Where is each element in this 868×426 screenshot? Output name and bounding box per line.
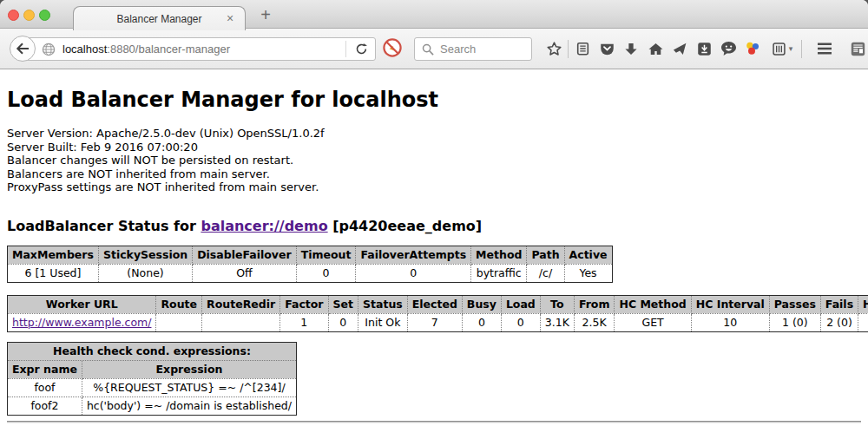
column-header: To — [540, 295, 574, 313]
star-icon — [546, 41, 562, 57]
pocket-icon — [599, 42, 615, 56]
health-table-title: Health check cond. expressions: — [8, 342, 297, 360]
column-header: Busy — [462, 295, 501, 313]
pocket-button[interactable] — [595, 36, 619, 61]
worker-url-link[interactable]: http://www.example.com/ — [12, 316, 151, 329]
column-header: From — [574, 295, 615, 313]
colored-dots-icon — [745, 41, 760, 56]
hamburger-icon — [816, 42, 833, 56]
tab-balancer-manager[interactable]: Balancer Manager × — [73, 6, 246, 30]
server-built-line: Server Built: Feb 9 2016 07:00:20 — [7, 141, 861, 154]
browser-window: Balancer Manager × + localhost:8880/bala… — [0, 0, 868, 426]
worker-status-table: Worker URL Route RouteRedir Factor Set S… — [7, 295, 868, 332]
grid-doc-icon — [850, 41, 866, 57]
download-arrow-icon — [624, 42, 638, 56]
reload-icon — [355, 43, 368, 56]
search-input[interactable]: Search — [414, 37, 532, 61]
cell-maxmembers: 6 [1 Used] — [8, 264, 99, 282]
cell-expr-name: foof2 — [8, 397, 82, 415]
extension-colored-dots-button[interactable] — [740, 36, 765, 61]
cell-hc-uri — [858, 313, 868, 331]
status-heading-suffix: [p4420eeae_demo] — [328, 218, 483, 234]
cell-set: 0 — [328, 313, 358, 331]
table-row: http://www.example.com/ 1 0 Init Ok 7 0 … — [8, 313, 868, 331]
column-header: Passes — [769, 295, 820, 313]
column-header: MaxMembers — [8, 246, 99, 264]
column-header: RouteRedir — [202, 295, 280, 313]
server-info: Server Version: Apache/2.5.0-dev (Unix) … — [7, 127, 861, 194]
balancer-settings-table: MaxMembers StickySession DisableFailover… — [7, 246, 613, 283]
table-header-row: Worker URL Route RouteRedir Factor Set S… — [8, 295, 868, 313]
navigation-toolbar: localhost:8880/balancer-manager Search — [0, 29, 868, 69]
home-button[interactable] — [643, 36, 667, 61]
minimize-window-button[interactable] — [23, 10, 35, 21]
status-heading-prefix: LoadBalancer Status for — [7, 218, 201, 234]
send-tab-button[interactable] — [667, 36, 692, 61]
cell-worker-url: http://www.example.com/ — [8, 313, 156, 331]
search-placeholder: Search — [440, 43, 476, 56]
cell-active: Yes — [564, 264, 612, 282]
column-header: Path — [527, 246, 564, 264]
cell-expr-name: foof — [8, 378, 82, 397]
cell-expression: %{REQUEST_STATUS} =~ /^[234]/ — [82, 378, 296, 397]
column-header: Worker URL — [8, 295, 156, 313]
cell-failoverattempts: 0 — [356, 264, 471, 282]
column-header: Elected — [407, 295, 462, 313]
table-header-row: MaxMembers StickySession DisableFailover… — [8, 246, 613, 264]
tab-title: Balancer Manager — [116, 13, 201, 25]
balancer-demo-link[interactable]: balancer://demo — [201, 218, 327, 234]
new-tab-button[interactable]: + — [254, 3, 277, 26]
cell-hc-interval: 10 — [691, 313, 769, 331]
close-window-button[interactable] — [8, 10, 19, 21]
cell-stickysession: (None) — [98, 264, 192, 282]
cell-passes: 1 (0) — [769, 313, 820, 331]
cell-load: 0 — [501, 313, 540, 331]
tab-bar: Balancer Manager × + — [0, 0, 868, 29]
cell-routeredir — [202, 313, 280, 331]
column-header: Load — [501, 295, 540, 313]
proxypass-notice-line: ProxyPass settings are NOT inherited fro… — [7, 180, 861, 194]
url-divider — [345, 41, 346, 57]
extension-grid-button[interactable] — [845, 36, 868, 61]
reading-list-button[interactable] — [570, 36, 595, 61]
balancers-notice-line: Balancers are NOT inherited from main se… — [7, 167, 861, 181]
column-header: HC uri — [858, 295, 868, 313]
menu-button[interactable] — [812, 36, 837, 61]
column-header: Fails — [820, 295, 858, 313]
url-bar[interactable]: localhost:8880/balancer-manager — [23, 37, 376, 61]
containers-button[interactable]: ▾ — [765, 36, 799, 61]
chat-smiley-icon — [720, 41, 737, 56]
table-title-row: Health check cond. expressions: — [8, 342, 297, 360]
blocked-icon — [382, 37, 403, 58]
cell-from: 2.5K — [574, 313, 615, 331]
health-check-table: Health check cond. expressions: Expr nam… — [7, 342, 297, 416]
cell-method: bytraffic — [471, 264, 527, 282]
download-box-icon — [697, 42, 712, 56]
cell-expression: hc('body') =~ /domain is established/ — [82, 397, 296, 415]
hello-chat-button[interactable] — [716, 36, 740, 61]
bookmark-star-button[interactable] — [542, 36, 566, 61]
column-header: Status — [358, 295, 408, 313]
save-page-button[interactable] — [692, 36, 716, 61]
column-header: FailoverAttempts — [356, 246, 471, 264]
toolbar-separator — [801, 40, 802, 58]
content-blocked-button[interactable] — [382, 37, 403, 58]
toolbar-separator — [568, 40, 569, 58]
back-arrow-icon — [16, 43, 30, 55]
cell-hc-method: GET — [615, 313, 691, 331]
url-text: localhost:8880/balancer-manager — [62, 43, 340, 56]
column-header: Factor — [280, 295, 328, 313]
toolbar-buttons: ▾ — [542, 36, 868, 62]
downloads-button[interactable] — [619, 36, 643, 61]
loadbalancer-status-heading: LoadBalancer Status for balancer://demo … — [7, 218, 861, 234]
back-button[interactable] — [10, 36, 36, 62]
server-version-line: Server Version: Apache/2.5.0-dev (Unix) … — [7, 127, 861, 141]
cell-timeout: 0 — [296, 264, 356, 282]
table-row: 6 [1 Used] (None) Off 0 0 bytraffic /c/ … — [8, 264, 613, 282]
column-header: Expr name — [8, 360, 82, 378]
tab-close-icon[interactable]: × — [223, 11, 237, 25]
zoom-window-button[interactable] — [39, 10, 50, 21]
column-header: HC Method — [615, 295, 691, 313]
reload-button[interactable] — [352, 40, 371, 59]
url-path: :8880/balancer-manager — [107, 43, 230, 56]
